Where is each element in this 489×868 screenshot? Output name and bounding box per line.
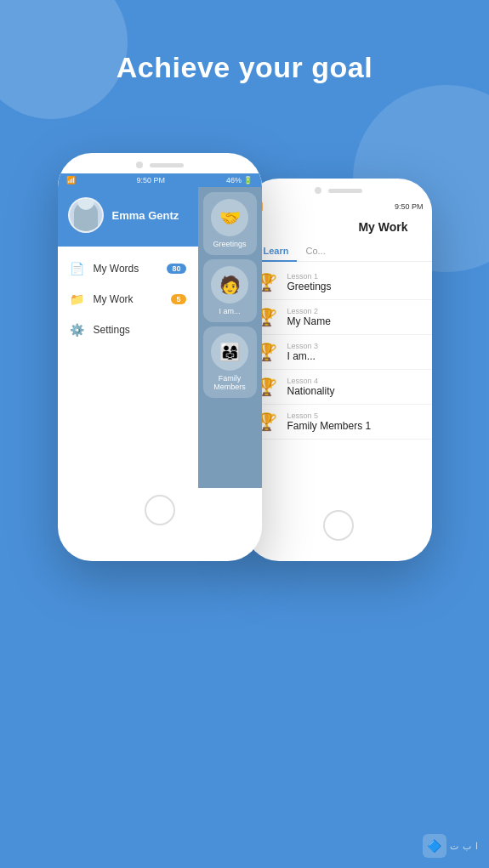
lesson-row-5[interactable]: 🏆 Lesson 5 Family Members 1 — [245, 405, 432, 440]
lesson-card-greetings[interactable]: 🤝 Greetings — [203, 192, 257, 255]
content-panel: 🤝 Greetings 🧑 I am... 👨‍👩‍👧 Family Membe… — [198, 187, 262, 488]
lesson-num-2: Lesson 2 — [287, 307, 331, 315]
tabs-row: Learn Co... — [245, 241, 432, 262]
lesson-info-5: Lesson 5 Family Members 1 — [287, 411, 372, 432]
phone-bottom-left — [58, 488, 262, 537]
left-screen-inner: Emma Gentz 📄 My Words 80 📁 My Work — [58, 187, 262, 488]
menu-item-my-words[interactable]: 📄 My Words 80 — [58, 253, 198, 284]
lesson-info-3: Lesson 3 I am... — [287, 342, 319, 362]
status-wifi-left: 📶 — [66, 176, 76, 184]
lesson-info-1: Lesson 1 Greetings — [287, 272, 332, 292]
speaker-right — [328, 189, 362, 193]
speaker-left — [150, 163, 184, 167]
brand-text: ا ب ت — [450, 841, 479, 852]
lesson-num-1: Lesson 1 — [287, 272, 332, 281]
avatar-figure — [74, 201, 98, 231]
screen-right: 📶 9:50 PM ‹ My Work Learn Co... 🏆 Lesson… — [245, 199, 432, 503]
settings-icon: ⚙️ — [70, 323, 85, 337]
lesson-info-2: Lesson 2 My Name — [287, 307, 331, 327]
lesson-name-2: My Name — [287, 315, 331, 327]
phone-bottom-right — [245, 503, 432, 553]
camera-left — [136, 162, 143, 168]
home-button-left[interactable] — [145, 495, 175, 525]
status-battery-left: 46% 🔋 — [226, 176, 253, 184]
status-time-left: 9:50 PM — [136, 176, 165, 184]
user-name: Emma Gentz — [112, 209, 179, 222]
tab-complete[interactable]: Co... — [297, 241, 333, 261]
lesson-name-4: Nationality — [287, 385, 335, 397]
my-work-icon: 📁 — [70, 292, 85, 306]
headline: Achieve your goal — [0, 0, 489, 84]
screen-left: 📶 9:50 PM 46% 🔋 — [58, 173, 262, 488]
my-work-badge: 5 — [171, 294, 185, 304]
status-bar-right: 📶 9:50 PM — [245, 199, 432, 214]
brand-icon: 🔷 — [423, 834, 446, 858]
lesson-row-4[interactable]: 🏆 Lesson 4 Nationality — [245, 370, 432, 405]
lesson-title-2: I am... — [219, 307, 240, 315]
phone-right: 📶 9:50 PM ‹ My Work Learn Co... 🏆 Lesson… — [245, 179, 432, 561]
lesson-title-1: Greetings — [213, 240, 246, 248]
my-words-label: My Words — [94, 263, 159, 275]
phone-top-left — [58, 153, 262, 173]
lesson-num-5: Lesson 5 — [287, 411, 372, 420]
phones-area: 📶 9:50 PM 46% 🔋 — [0, 128, 489, 868]
lesson-card-family[interactable]: 👨‍👩‍👧 Family Members — [203, 326, 257, 398]
lesson-row-1[interactable]: 🏆 Lesson 1 Greetings — [245, 265, 432, 300]
nav-title: My Work — [267, 220, 422, 234]
menu-item-settings[interactable]: ⚙️ Settings — [58, 315, 198, 345]
my-words-badge: 80 — [167, 264, 185, 274]
lesson-name-3: I am... — [287, 350, 319, 362]
my-words-icon: 📄 — [70, 262, 85, 275]
lesson-row-2[interactable]: 🏆 Lesson 2 My Name — [245, 300, 432, 335]
camera-right — [315, 187, 321, 194]
lesson-title-3: Family Members — [210, 374, 250, 391]
lesson-num-3: Lesson 3 — [287, 342, 319, 350]
lesson-num-4: Lesson 4 — [287, 377, 335, 385]
lesson-name-5: Family Members 1 — [287, 420, 372, 432]
phone-top-right — [245, 179, 432, 199]
menu-header: Emma Gentz — [58, 187, 198, 247]
lesson-circle-1: 🤝 — [211, 199, 248, 236]
lesson-list-left: 🤝 Greetings 🧑 I am... 👨‍👩‍👧 Family Membe… — [198, 187, 262, 403]
lesson-card-iam[interactable]: 🧑 I am... — [203, 259, 257, 322]
phone-left: 📶 9:50 PM 46% 🔋 — [58, 153, 262, 561]
menu-item-my-work[interactable]: 📁 My Work 5 — [58, 284, 198, 315]
lesson-info-4: Lesson 4 Nationality — [287, 377, 335, 397]
avatar — [68, 197, 104, 233]
status-time-right: 9:50 PM — [395, 202, 424, 211]
lesson-rows: 🏆 Lesson 1 Greetings 🏆 Lesson 2 My Name … — [245, 262, 432, 443]
menu-items: 📄 My Words 80 📁 My Work 5 ⚙️ — [58, 247, 198, 352]
settings-label: Settings — [94, 324, 186, 336]
menu-panel: Emma Gentz 📄 My Words 80 📁 My Work — [58, 187, 198, 488]
bottom-brand: 🔷 ا ب ت — [423, 834, 479, 858]
lesson-circle-3: 👨‍👩‍👧 — [211, 333, 248, 371]
avatar-head — [77, 197, 94, 210]
right-nav: ‹ My Work — [245, 214, 432, 241]
lesson-name-1: Greetings — [287, 281, 332, 292]
my-work-label: My Work — [94, 293, 163, 305]
lesson-row-3[interactable]: 🏆 Lesson 3 I am... — [245, 335, 432, 370]
lesson-circle-2: 🧑 — [211, 266, 248, 304]
home-button-right[interactable] — [323, 510, 354, 541]
